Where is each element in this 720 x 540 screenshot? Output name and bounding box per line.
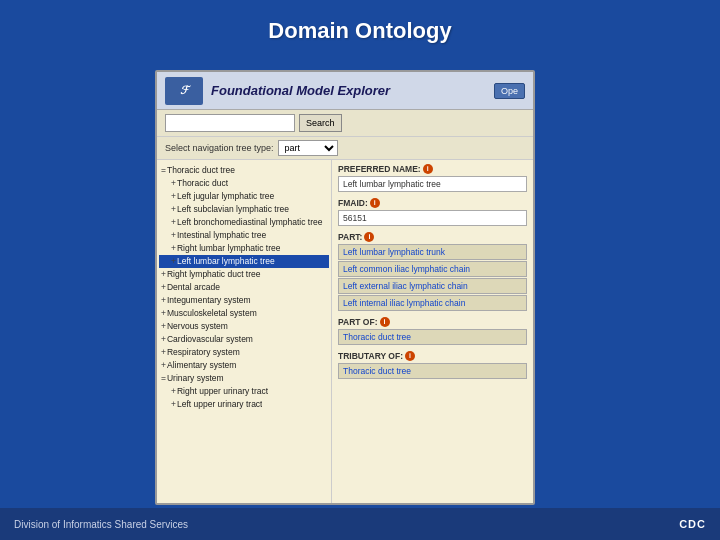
tree-item[interactable]: + Left upper urinary tract	[159, 398, 329, 411]
tree-prefix: +	[161, 346, 166, 359]
preferred-name-icon: i	[423, 164, 433, 174]
fmaid-value: 56151	[338, 210, 527, 226]
search-bar: Search	[157, 110, 533, 137]
footer-cdc-logo: CDC	[679, 518, 706, 530]
part-of-section: PART OF: i Thoracic duct tree	[338, 317, 527, 345]
tree-prefix: +	[171, 242, 176, 255]
tree-item[interactable]: + Nervous system	[159, 320, 329, 333]
tree-item-text: Left lumbar lymphatic tree	[177, 255, 275, 268]
part-item-3[interactable]: Left external iliac lymphatic chain	[338, 278, 527, 294]
tree-prefix: +	[171, 398, 176, 411]
tree-prefix: =	[161, 372, 166, 385]
tree-item[interactable]: + Dental arcade	[159, 281, 329, 294]
footer-left-text: Division of Informatics Shared Services	[14, 519, 188, 530]
fmaid-icon: i	[370, 198, 380, 208]
page-title: Domain Ontology	[0, 0, 720, 56]
tree-prefix: +	[171, 177, 176, 190]
nav-type-label: Select navigation tree type:	[165, 143, 274, 153]
fmaid-section: FMAID: i 56151	[338, 198, 527, 226]
tree-prefix: +	[161, 281, 166, 294]
part-item-1[interactable]: Left lumbar lymphatic trunk	[338, 244, 527, 260]
tree-prefix: +	[161, 333, 166, 346]
tree-prefix: +	[171, 255, 176, 268]
fmaid-label: FMAID: i	[338, 198, 527, 208]
tree-item[interactable]: + Right lymphatic duct tree	[159, 268, 329, 281]
preferred-name-label: PREFERRED NAME: i	[338, 164, 527, 174]
tree-prefix: +	[161, 320, 166, 333]
part-section: PART: i Left lumbar lymphatic trunk Left…	[338, 232, 527, 311]
tree-item-text: Thoracic duct tree	[167, 164, 235, 177]
preferred-name-section: PREFERRED NAME: i Left lumbar lymphatic …	[338, 164, 527, 192]
tree-item[interactable]: + Left jugular lymphatic tree	[159, 190, 329, 203]
tree-item-text: Musculoskeletal system	[167, 307, 257, 320]
part-label: PART: i	[338, 232, 527, 242]
tree-item-text: Intestinal lymphatic tree	[177, 229, 266, 242]
tree-prefix: +	[171, 216, 176, 229]
tree-item-text: Urinary system	[167, 372, 224, 385]
tree-item[interactable]: + Alimentary system	[159, 359, 329, 372]
nav-type-row: Select navigation tree type: part organ	[157, 137, 533, 160]
part-item-4[interactable]: Left internal iliac lymphatic chain	[338, 295, 527, 311]
search-button[interactable]: Search	[299, 114, 342, 132]
tree-item[interactable]: + Right lumbar lymphatic tree	[159, 242, 329, 255]
tree-item-text: Thoracic duct	[177, 177, 228, 190]
tree-prefix: +	[171, 385, 176, 398]
main-window: ℱ Foundational Model Explorer Ope Search…	[155, 70, 535, 505]
tree-item[interactable]: + Respiratory system	[159, 346, 329, 359]
tree-panel[interactable]: = Thoracic duct tree + Thoracic duct + L…	[157, 160, 332, 505]
part-icon: i	[364, 232, 374, 242]
part-of-value[interactable]: Thoracic duct tree	[338, 329, 527, 345]
tree-prefix: =	[161, 164, 166, 177]
fme-app-title: Foundational Model Explorer	[211, 83, 486, 98]
tree-prefix: +	[161, 307, 166, 320]
tree-item[interactable]: + Intestinal lymphatic tree	[159, 229, 329, 242]
tree-prefix: +	[171, 190, 176, 203]
tree-item[interactable]: + Left bronchomediastinal lymphatic tree	[159, 216, 329, 229]
tree-item-selected[interactable]: + Left lumbar lymphatic tree	[159, 255, 329, 268]
open-button[interactable]: Ope	[494, 83, 525, 99]
tree-item[interactable]: + Musculoskeletal system	[159, 307, 329, 320]
footer-bar: Division of Informatics Shared Services …	[0, 508, 720, 540]
content-area: = Thoracic duct tree + Thoracic duct + L…	[157, 160, 533, 505]
tree-item[interactable]: + Integumentary system	[159, 294, 329, 307]
fme-header: ℱ Foundational Model Explorer Ope	[157, 72, 533, 110]
tree-item-text: Alimentary system	[167, 359, 236, 372]
tree-prefix: +	[161, 294, 166, 307]
tree-prefix: +	[171, 229, 176, 242]
tree-item-text: Dental arcade	[167, 281, 220, 294]
tree-item[interactable]: + Left subclavian lymphatic tree	[159, 203, 329, 216]
tree-item-text: Cardiovascular system	[167, 333, 253, 346]
part-item-2[interactable]: Left common iliac lymphatic chain	[338, 261, 527, 277]
tree-item-text: Integumentary system	[167, 294, 251, 307]
tributary-of-section: TRIBUTARY OF: i Thoracic duct tree	[338, 351, 527, 379]
tree-item-text: Left jugular lymphatic tree	[177, 190, 274, 203]
tree-item-text: Left bronchomediastinal lymphatic tree	[177, 216, 323, 229]
detail-panel: PREFERRED NAME: i Left lumbar lymphatic …	[332, 160, 533, 505]
tree-item[interactable]: = Thoracic duct tree	[159, 164, 329, 177]
tree-prefix: +	[171, 203, 176, 216]
tree-prefix: +	[161, 268, 166, 281]
tree-item-text: Right lymphatic duct tree	[167, 268, 261, 281]
tree-item-text: Right lumbar lymphatic tree	[177, 242, 280, 255]
part-of-label: PART OF: i	[338, 317, 527, 327]
nav-type-select[interactable]: part organ	[278, 140, 338, 156]
preferred-name-value: Left lumbar lymphatic tree	[338, 176, 527, 192]
tree-item-text: Left upper urinary tract	[177, 398, 263, 411]
fme-logo: ℱ	[165, 77, 203, 105]
tree-item[interactable]: + Cardiovascular system	[159, 333, 329, 346]
tributary-of-label: TRIBUTARY OF: i	[338, 351, 527, 361]
tributary-of-value[interactable]: Thoracic duct tree	[338, 363, 527, 379]
tree-item-text: Right upper urinary tract	[177, 385, 268, 398]
tree-item[interactable]: + Right upper urinary tract	[159, 385, 329, 398]
tributary-of-icon: i	[405, 351, 415, 361]
tree-prefix: +	[161, 359, 166, 372]
search-input[interactable]	[165, 114, 295, 132]
tree-item[interactable]: = Urinary system	[159, 372, 329, 385]
part-of-icon: i	[380, 317, 390, 327]
tree-item-text: Left subclavian lymphatic tree	[177, 203, 289, 216]
tree-item-text: Respiratory system	[167, 346, 240, 359]
tree-item-text: Nervous system	[167, 320, 228, 333]
tree-item[interactable]: + Thoracic duct	[159, 177, 329, 190]
